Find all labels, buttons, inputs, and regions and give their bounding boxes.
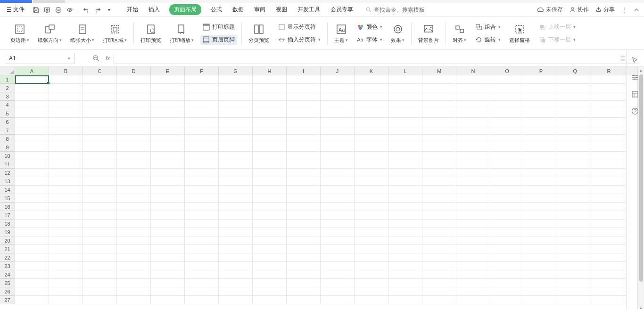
cell[interactable] bbox=[219, 253, 253, 262]
zoom-out-icon[interactable] bbox=[92, 55, 100, 62]
cell[interactable] bbox=[151, 126, 185, 135]
cell[interactable] bbox=[490, 160, 524, 169]
cell[interactable] bbox=[49, 279, 83, 287]
cell[interactable] bbox=[49, 109, 83, 118]
cell[interactable] bbox=[117, 135, 151, 143]
cell[interactable] bbox=[456, 211, 490, 220]
cell[interactable] bbox=[15, 228, 49, 236]
cell[interactable] bbox=[151, 75, 185, 84]
cell[interactable] bbox=[49, 296, 83, 304]
row-header[interactable]: 6 bbox=[0, 118, 15, 126]
cell[interactable] bbox=[253, 245, 287, 253]
file-menu[interactable]: ☰ 文件 bbox=[5, 5, 26, 15]
cell[interactable] bbox=[287, 118, 321, 126]
ribbon-tab-7[interactable]: 开发工具 bbox=[297, 4, 321, 16]
cell[interactable] bbox=[83, 92, 117, 101]
cell[interactable] bbox=[422, 118, 456, 126]
column-header[interactable]: H bbox=[253, 67, 287, 75]
cell[interactable] bbox=[388, 160, 422, 169]
cell[interactable] bbox=[83, 84, 117, 92]
cell[interactable] bbox=[558, 109, 592, 118]
cell[interactable] bbox=[185, 194, 219, 203]
cell[interactable] bbox=[422, 236, 456, 245]
cell[interactable] bbox=[117, 203, 151, 211]
cell[interactable] bbox=[15, 245, 49, 253]
cell[interactable] bbox=[456, 270, 490, 279]
cell[interactable] bbox=[151, 228, 185, 236]
cell[interactable] bbox=[83, 75, 117, 84]
cell[interactable] bbox=[456, 220, 490, 228]
cell[interactable] bbox=[83, 118, 117, 126]
cell[interactable] bbox=[117, 228, 151, 236]
cell[interactable] bbox=[117, 262, 151, 270]
cell[interactable] bbox=[151, 279, 185, 287]
cell[interactable] bbox=[151, 253, 185, 262]
cell[interactable] bbox=[83, 177, 117, 186]
cell[interactable] bbox=[185, 262, 219, 270]
cell[interactable] bbox=[355, 143, 388, 152]
cell[interactable] bbox=[321, 84, 355, 92]
page-break-preview-button[interactable]: 分页预览 bbox=[247, 22, 271, 45]
cell[interactable] bbox=[321, 220, 355, 228]
cell[interactable] bbox=[219, 152, 253, 160]
cell[interactable] bbox=[592, 152, 626, 160]
cell[interactable] bbox=[253, 101, 287, 109]
cell[interactable] bbox=[524, 194, 558, 203]
command-search[interactable] bbox=[365, 7, 435, 13]
panel-drag-handle[interactable] bbox=[620, 56, 625, 57]
cell[interactable] bbox=[287, 253, 321, 262]
cell[interactable] bbox=[83, 203, 117, 211]
cell[interactable] bbox=[456, 262, 490, 270]
cell[interactable] bbox=[117, 118, 151, 126]
cell[interactable] bbox=[422, 279, 456, 287]
cell[interactable] bbox=[558, 101, 592, 109]
cell[interactable] bbox=[185, 296, 219, 304]
cell[interactable] bbox=[422, 169, 456, 177]
cursor-icon[interactable] bbox=[631, 57, 640, 65]
cell[interactable] bbox=[456, 109, 490, 118]
cell[interactable] bbox=[558, 279, 592, 287]
cell[interactable] bbox=[490, 220, 524, 228]
cell[interactable] bbox=[490, 118, 524, 126]
cell[interactable] bbox=[422, 287, 456, 296]
cell[interactable] bbox=[355, 126, 388, 135]
row-header[interactable]: 26 bbox=[0, 287, 15, 296]
cell[interactable] bbox=[15, 143, 49, 152]
cell[interactable] bbox=[321, 203, 355, 211]
cell[interactable] bbox=[388, 169, 422, 177]
cell[interactable] bbox=[117, 160, 151, 169]
output-icon[interactable] bbox=[43, 6, 51, 14]
cell[interactable] bbox=[490, 152, 524, 160]
cell[interactable] bbox=[83, 194, 117, 203]
cell[interactable] bbox=[185, 203, 219, 211]
cell[interactable] bbox=[151, 211, 185, 220]
cell[interactable] bbox=[524, 279, 558, 287]
cell[interactable] bbox=[49, 160, 83, 169]
effects-button[interactable]: 效果▾ bbox=[389, 22, 406, 45]
cell[interactable] bbox=[287, 287, 321, 296]
row-header[interactable]: 8 bbox=[0, 135, 15, 143]
cell[interactable] bbox=[83, 262, 117, 270]
row-header[interactable]: 22 bbox=[0, 253, 15, 262]
cell[interactable] bbox=[253, 152, 287, 160]
cell[interactable] bbox=[185, 279, 219, 287]
panel-drag-handle[interactable] bbox=[620, 59, 625, 61]
bring-forward-button[interactable]: 上移一层▾ bbox=[537, 22, 578, 32]
cell[interactable] bbox=[219, 186, 253, 194]
cell[interactable] bbox=[219, 279, 253, 287]
cell[interactable] bbox=[117, 194, 151, 203]
cell[interactable] bbox=[592, 296, 626, 304]
cell[interactable] bbox=[49, 177, 83, 186]
cell[interactable] bbox=[185, 253, 219, 262]
cell[interactable] bbox=[558, 211, 592, 220]
cell[interactable] bbox=[321, 143, 355, 152]
cell[interactable] bbox=[185, 109, 219, 118]
group-button[interactable]: 组合▾ bbox=[473, 22, 503, 32]
cell[interactable] bbox=[422, 228, 456, 236]
cell[interactable] bbox=[253, 109, 287, 118]
cell[interactable] bbox=[422, 92, 456, 101]
row-header[interactable]: 12 bbox=[0, 169, 15, 177]
cell[interactable] bbox=[490, 126, 524, 135]
cell[interactable] bbox=[558, 118, 592, 126]
cell[interactable] bbox=[15, 118, 49, 126]
